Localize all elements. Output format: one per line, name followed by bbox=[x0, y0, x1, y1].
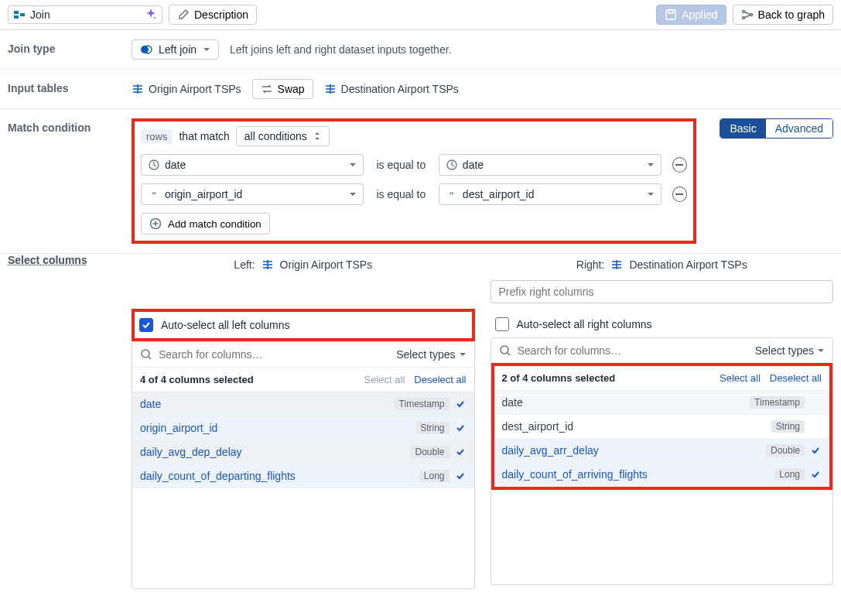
match-condition-block: rows that match all conditions date is e… bbox=[132, 118, 696, 244]
chevron-down-icon bbox=[349, 190, 357, 198]
condition-row: “ origin_airport_id is equal to “ dest_a… bbox=[141, 183, 687, 205]
svg-point-16 bbox=[142, 350, 149, 358]
svg-rect-13 bbox=[675, 164, 683, 166]
column-row[interactable]: daily_avg_arr_delay Double bbox=[494, 439, 830, 463]
back-to-graph-button[interactable]: Back to graph bbox=[733, 5, 833, 25]
column-type-badge: Timestamp bbox=[395, 398, 450, 410]
left-join-icon bbox=[140, 43, 152, 56]
svg-rect-14 bbox=[675, 193, 683, 195]
that-match-text: that match bbox=[179, 130, 229, 142]
select-columns-label[interactable]: Select columns bbox=[8, 254, 116, 589]
description-label: Description bbox=[194, 9, 248, 21]
column-row[interactable]: date Timestamp bbox=[494, 391, 830, 415]
node-chip[interactable]: Join bbox=[8, 5, 162, 24]
auto-select-left-label: Auto-select all left columns bbox=[161, 319, 290, 331]
auto-select-left-row[interactable]: Auto-select all left columns bbox=[132, 309, 475, 341]
right-table-chip[interactable]: Destination Airport TSPs bbox=[324, 83, 459, 95]
condition-right-field[interactable]: “ dest_airport_id bbox=[439, 183, 662, 205]
right-search-input[interactable] bbox=[518, 344, 749, 357]
right-select-types[interactable]: Select types bbox=[755, 344, 825, 357]
right-deselect-all[interactable]: Deselect all bbox=[770, 372, 822, 384]
svg-rect-5 bbox=[668, 10, 673, 13]
right-count: 2 of 4 columns selected bbox=[502, 372, 616, 384]
column-name: dest_airport_id bbox=[502, 420, 574, 433]
left-deselect-all[interactable]: Deselect all bbox=[414, 374, 466, 385]
column-name: date bbox=[502, 396, 523, 409]
condition-left-field[interactable]: date bbox=[141, 154, 364, 176]
column-row[interactable]: daily_count_of_arriving_flights Long bbox=[494, 463, 830, 487]
column-type-badge: String bbox=[771, 420, 805, 433]
match-mode-select[interactable]: all conditions bbox=[236, 126, 330, 146]
add-match-condition-button[interactable]: Add match condition bbox=[141, 213, 270, 234]
chevron-down-icon bbox=[647, 190, 655, 198]
auto-select-right-row[interactable]: Auto-select all right columns bbox=[491, 311, 834, 337]
svg-point-8 bbox=[750, 14, 752, 16]
applied-button[interactable]: Applied bbox=[656, 5, 726, 25]
column-row[interactable]: dest_airport_id String bbox=[494, 415, 830, 439]
left-table-name: Origin Airport TSPs bbox=[149, 83, 241, 95]
chevron-down-icon bbox=[459, 351, 467, 358]
left-select-types[interactable]: Select types bbox=[396, 348, 466, 361]
table-icon bbox=[262, 258, 274, 271]
swap-button[interactable]: Swap bbox=[252, 79, 313, 99]
field-name: dest_airport_id bbox=[463, 188, 535, 200]
column-row[interactable]: date Timestamp bbox=[132, 392, 474, 416]
svg-point-7 bbox=[742, 17, 744, 19]
remove-condition-button[interactable] bbox=[672, 157, 687, 173]
sparkle-icon[interactable] bbox=[145, 9, 157, 21]
graph-icon bbox=[741, 9, 754, 21]
svg-rect-0 bbox=[14, 11, 19, 14]
right-select-all[interactable]: Select all bbox=[720, 372, 761, 384]
column-type-badge: Double bbox=[410, 446, 449, 458]
column-row[interactable]: daily_count_of_departing_flights Long bbox=[132, 464, 474, 488]
column-selected-check bbox=[811, 470, 822, 479]
description-button[interactable]: Description bbox=[169, 5, 257, 25]
auto-select-left-checkbox[interactable] bbox=[139, 318, 153, 332]
column-selected-check bbox=[456, 399, 467, 409]
rows-tag: rows bbox=[141, 129, 173, 144]
column-name: date bbox=[140, 398, 161, 410]
svg-point-17 bbox=[501, 346, 508, 354]
join-type-label: Join type bbox=[8, 39, 116, 55]
column-name: origin_airport_id bbox=[140, 422, 217, 434]
join-type-row: Join type Left join Left joins left and … bbox=[0, 30, 841, 70]
condition-right-field[interactable]: date bbox=[439, 154, 662, 176]
table-icon bbox=[324, 83, 337, 95]
right-columns-panel: Right: Destination Airport TSPs Auto-sel… bbox=[491, 254, 834, 589]
table-icon bbox=[610, 258, 623, 271]
remove-condition-button[interactable] bbox=[672, 187, 687, 202]
column-selected-check bbox=[811, 446, 822, 455]
left-columns-panel: Left: Origin Airport TSPs Auto-select al… bbox=[132, 254, 475, 589]
left-table-chip[interactable]: Origin Airport TSPs bbox=[132, 83, 241, 95]
condition-operator: is equal to bbox=[374, 159, 428, 171]
add-match-label: Add match condition bbox=[168, 218, 262, 230]
left-title: Left: bbox=[234, 258, 255, 271]
join-type-select[interactable]: Left join bbox=[132, 39, 219, 60]
condition-left-field[interactable]: “ origin_airport_id bbox=[141, 183, 364, 205]
left-search-input[interactable] bbox=[159, 348, 390, 361]
join-type-value: Left join bbox=[159, 43, 197, 56]
auto-select-right-checkbox[interactable] bbox=[495, 317, 509, 331]
left-select-all[interactable]: Select all bbox=[364, 374, 405, 385]
sort-icon bbox=[313, 132, 321, 141]
search-icon bbox=[140, 348, 152, 361]
match-mode-value: all conditions bbox=[244, 130, 307, 142]
advanced-tab[interactable]: Advanced bbox=[766, 119, 832, 138]
search-icon bbox=[499, 344, 511, 357]
join-type-hint: Left joins left and right dataset inputs… bbox=[230, 43, 451, 56]
column-row[interactable]: origin_airport_id String bbox=[132, 416, 474, 440]
applied-label: Applied bbox=[682, 9, 718, 21]
table-icon bbox=[132, 83, 144, 95]
column-row[interactable]: daily_avg_dep_delay Double bbox=[132, 440, 474, 464]
right-columns-box: Select types 2 of 4 columns selected Sel… bbox=[491, 337, 834, 585]
plus-circle-icon bbox=[149, 217, 162, 230]
prefix-right-input[interactable] bbox=[491, 280, 834, 303]
join-icon bbox=[13, 9, 26, 21]
basic-advanced-toggle[interactable]: Basic Advanced bbox=[720, 118, 833, 139]
field-name: date bbox=[165, 159, 186, 171]
right-table-title: Destination Airport TSPs bbox=[629, 258, 747, 271]
column-selected-check bbox=[456, 423, 467, 433]
svg-rect-2 bbox=[20, 13, 25, 16]
svg-rect-1 bbox=[14, 15, 19, 19]
basic-tab[interactable]: Basic bbox=[720, 119, 765, 138]
